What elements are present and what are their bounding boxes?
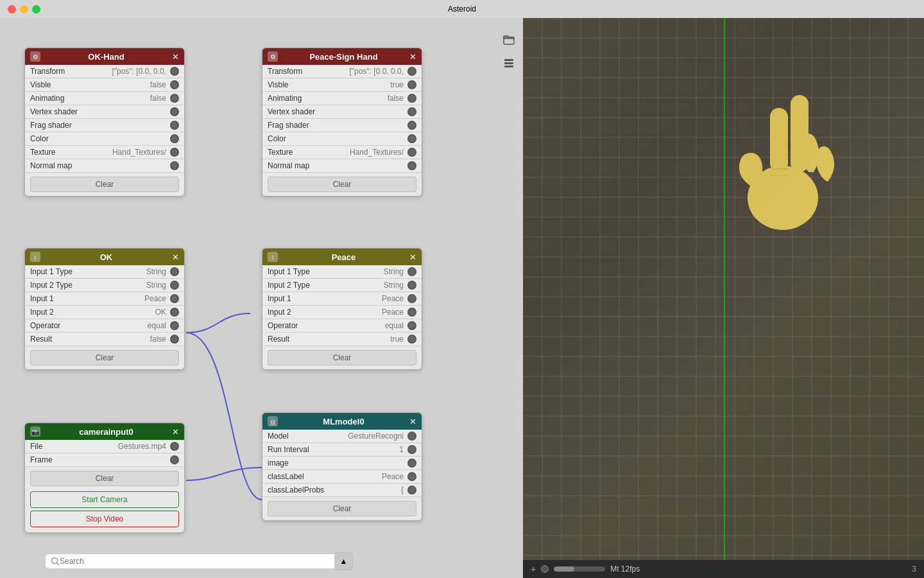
fps-label: Mt 12fps: [610, 565, 640, 574]
camera-title: camerainput0: [40, 427, 172, 437]
ok-hand-header: ⚙ OK-Hand ✕: [25, 48, 184, 65]
peace-hand-clear-button[interactable]: Clear: [268, 177, 416, 192]
ok-hand-port-texture[interactable]: [170, 148, 179, 157]
ok-port-input1[interactable]: [170, 294, 179, 303]
search-bar: ▲: [45, 552, 353, 570]
camera-port-file[interactable]: [170, 442, 179, 451]
peace-hand-row-transform: Transform ["pos": [0.0, 0.0,: [262, 65, 422, 78]
ok-hand-icon: ⚙: [30, 51, 40, 62]
ok-port-operator[interactable]: [170, 321, 179, 330]
ok-port-input2[interactable]: [170, 308, 179, 317]
peace-port-input1[interactable]: [407, 294, 416, 303]
mlmodel-row-model: Model GestureRecogni: [262, 430, 422, 443]
folder-icon[interactable]: [500, 31, 518, 49]
mlmodel-port-image[interactable]: [407, 459, 416, 468]
peace-port-result[interactable]: [407, 335, 416, 344]
ok-row-input2type: Input 2 Type String: [25, 279, 184, 292]
ok-port-input2type[interactable]: [170, 281, 179, 290]
peace-title: Peace: [278, 252, 409, 262]
ok-hand-port-normalmap[interactable]: [170, 161, 179, 170]
status-right: 3: [912, 565, 916, 574]
play-button[interactable]: +: [531, 564, 536, 574]
peace-hand-icon: ⚙: [268, 51, 278, 62]
peace-hand-row-frag: Frag shader: [262, 119, 422, 132]
peace-hand-port-animating[interactable]: [407, 94, 416, 103]
peace-hand-header: ⚙ Peace-Sign Hand ✕: [262, 48, 422, 65]
peace-hand-port-texture[interactable]: [407, 148, 416, 157]
ok-hand-row-transform: Transform ["pos": [0.0, 0.0,: [25, 65, 184, 78]
stop-video-button[interactable]: Stop Video: [30, 511, 179, 527]
peace-hand-title: Peace-Sign Hand: [278, 52, 409, 62]
peace-port-input2[interactable]: [407, 308, 416, 317]
ok-hand-node: ⚙ OK-Hand ✕ Transform ["pos": [0.0, 0.0,…: [24, 48, 185, 197]
mlmodel-close[interactable]: ✕: [409, 417, 416, 426]
ok-hand-clear-button[interactable]: Clear: [30, 177, 179, 192]
peace-hand-port-color[interactable]: [407, 134, 416, 143]
ok-hand-port-frag[interactable]: [170, 121, 179, 130]
search-input[interactable]: [60, 557, 329, 566]
ok-hand-row-visble: Visble false: [25, 78, 184, 92]
camera-header: 📷 camerainput0 ✕: [25, 423, 184, 440]
mlmodel-icon: 🤖: [268, 416, 278, 426]
peace-hand-port-normalmap[interactable]: [407, 161, 416, 170]
peace-hand-row-color: Color: [262, 132, 422, 146]
ok-port-result[interactable]: [170, 335, 179, 344]
peace-port-operator[interactable]: [407, 321, 416, 330]
search-expand-button[interactable]: ▲: [335, 552, 353, 570]
ok-hand-port-vertex[interactable]: [170, 107, 179, 116]
peace-close[interactable]: ✕: [409, 253, 416, 261]
peace-port-input2type[interactable]: [407, 281, 416, 290]
stack-icon[interactable]: [500, 54, 518, 72]
peace-row-input2: Input 2 Peace: [262, 306, 422, 319]
search-input-wrap: [45, 554, 335, 569]
ok-hand-port-visble[interactable]: [170, 80, 179, 89]
ok-hand-port-color[interactable]: [170, 134, 179, 143]
ok-hand-row-frag: Frag shader: [25, 119, 184, 132]
green-line: [724, 18, 725, 560]
viewport: + Mt 12fps 3: [523, 18, 924, 578]
ok-port-input1type[interactable]: [170, 267, 179, 276]
camera-close[interactable]: ✕: [172, 428, 179, 436]
svg-rect-3: [504, 66, 513, 67]
mlmodel-title: MLmodel0: [278, 417, 409, 426]
peace-clear-button[interactable]: Clear: [268, 350, 416, 365]
mlmodel-clear-button[interactable]: Clear: [268, 501, 416, 516]
svg-rect-1: [504, 59, 513, 61]
peace-hand-node: ⚙ Peace-Sign Hand ✕ Transform ["pos": [0…: [262, 48, 422, 197]
ok-header: ↕ OK ✕: [25, 249, 184, 265]
camera-node: 📷 camerainput0 ✕ File Gestures.mp4 Frame…: [24, 423, 185, 533]
ok-row-input1type: Input 1 Type String: [25, 265, 184, 279]
ok-node: ↕ OK ✕ Input 1 Type String Input 2 Type …: [24, 248, 185, 370]
peace-row-input1type: Input 1 Type String: [262, 265, 422, 279]
ok-clear-button[interactable]: Clear: [30, 350, 179, 365]
peace-port-input1type[interactable]: [407, 267, 416, 276]
camera-clear-button[interactable]: Clear: [30, 471, 179, 486]
camera-row-frame: Frame: [25, 453, 184, 467]
peace-hand-close[interactable]: ✕: [409, 53, 416, 61]
peace-hand-port-transform[interactable]: [407, 67, 416, 76]
mlmodel-port-classprobs[interactable]: [407, 486, 416, 495]
peace-hand-port-frag[interactable]: [407, 121, 416, 130]
peace-hand-port-visble[interactable]: [407, 80, 416, 89]
close-button[interactable]: [8, 5, 16, 13]
camera-port-frame[interactable]: [170, 455, 179, 464]
mlmodel-port-interval[interactable]: [407, 445, 416, 454]
mlmodel-port-model[interactable]: [407, 432, 416, 441]
ok-hand-row-vertex: Vertex shader: [25, 105, 184, 119]
ok-hand-port-transform[interactable]: [170, 67, 179, 76]
ok-hand-port-animating[interactable]: [170, 94, 179, 103]
minimize-button[interactable]: [20, 5, 28, 13]
start-camera-button[interactable]: Start Camera: [30, 491, 179, 508]
peace-hand-port-vertex[interactable]: [407, 107, 416, 116]
toolbar: [500, 31, 518, 72]
ok-icon: ↕: [30, 252, 40, 262]
svg-rect-2: [504, 62, 513, 64]
maximize-button[interactable]: [32, 5, 40, 13]
svg-line-5: [57, 563, 60, 566]
ok-row-input1: Input 1 Peace: [25, 292, 184, 306]
ok-hand-close[interactable]: ✕: [172, 53, 179, 61]
status-progress-bar: [554, 566, 605, 572]
mlmodel-port-classlabel[interactable]: [407, 472, 416, 481]
ok-hand-title: OK-Hand: [40, 52, 172, 62]
ok-close[interactable]: ✕: [172, 253, 179, 261]
